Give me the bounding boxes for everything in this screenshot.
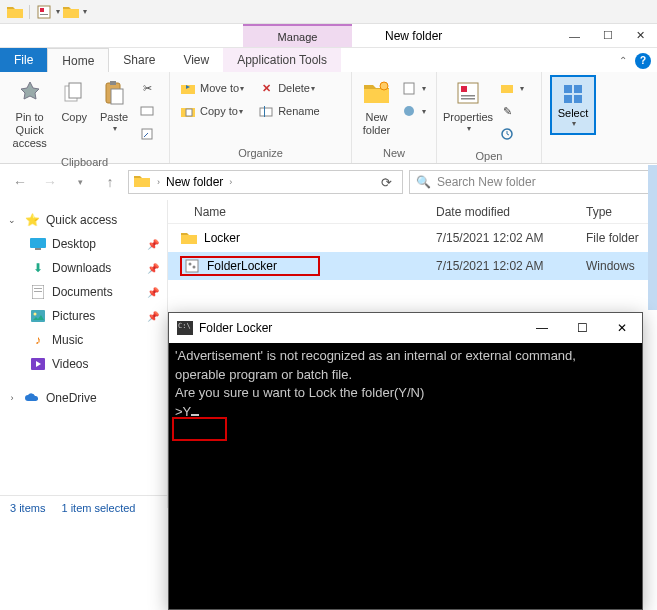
history-button[interactable]: [496, 123, 527, 145]
file-row[interactable]: Locker 7/15/2021 12:02 AM File folder: [168, 224, 657, 252]
svg-point-34: [189, 263, 192, 266]
tab-file[interactable]: File: [0, 48, 47, 72]
new-item-button[interactable]: ▾: [398, 77, 429, 99]
input-highlight: [172, 417, 227, 441]
chevron-down-icon[interactable]: ▾: [56, 7, 60, 16]
group-new-label: New: [352, 147, 436, 163]
sidebar-item-downloads[interactable]: ⬇Downloads📌: [0, 256, 167, 280]
forward-button[interactable]: →: [38, 170, 62, 194]
svg-point-31: [34, 313, 37, 316]
cmd-output[interactable]: 'Advertisement' is not recognized as an …: [169, 343, 642, 609]
star-icon: ⭐: [24, 212, 40, 228]
svg-rect-21: [564, 85, 572, 93]
expand-icon[interactable]: ⌄: [6, 215, 18, 225]
chevron-down-icon[interactable]: ▾: [83, 7, 87, 16]
recent-chevron[interactable]: ▾: [68, 170, 92, 194]
svg-rect-25: [30, 238, 46, 248]
clipboard-extra: ✂: [134, 75, 164, 147]
search-input[interactable]: 🔍 Search New folder: [409, 170, 649, 194]
cloud-icon: [24, 390, 40, 406]
properties-icon[interactable]: [35, 3, 53, 21]
folder-icon[interactable]: [6, 3, 24, 21]
paste-button[interactable]: Paste▾: [94, 75, 134, 136]
sidebar-item-videos[interactable]: Videos: [0, 352, 167, 376]
minimize-button[interactable]: —: [558, 24, 591, 47]
refresh-button[interactable]: ⟳: [375, 175, 398, 190]
paste-shortcut-button[interactable]: [136, 123, 162, 145]
cmd-close-button[interactable]: ✕: [602, 313, 642, 343]
window-title: New folder: [385, 29, 442, 43]
rename-button[interactable]: Rename: [255, 100, 323, 122]
help-icon[interactable]: ?: [635, 53, 651, 69]
properties-label: Properties: [443, 111, 493, 124]
cmd-maximize-button[interactable]: ☐: [562, 313, 602, 343]
column-type[interactable]: Type: [586, 205, 657, 219]
properties-button[interactable]: Properties▾: [442, 75, 494, 136]
tab-application-tools[interactable]: Application Tools: [223, 48, 341, 72]
open-button[interactable]: ▾: [496, 77, 527, 99]
easy-access-button[interactable]: ▾: [398, 100, 429, 122]
column-date[interactable]: Date modified: [436, 205, 586, 219]
svg-rect-18: [461, 95, 475, 97]
pin-icon: 📌: [147, 263, 159, 274]
select-button[interactable]: Select ▾: [550, 75, 596, 135]
breadcrumb-segment[interactable]: New folder: [166, 175, 223, 189]
folder-icon: [180, 231, 198, 245]
copy-label: Copy: [61, 111, 87, 124]
expand-icon[interactable]: ›: [6, 393, 18, 403]
svg-rect-26: [35, 248, 41, 250]
collapse-ribbon-icon[interactable]: ⌃: [619, 55, 627, 66]
sidebar-item-pictures[interactable]: Pictures📌: [0, 304, 167, 328]
tab-home[interactable]: Home: [47, 48, 109, 72]
sidebar-item-music[interactable]: ♪Music: [0, 328, 167, 352]
cmd-title-text: Folder Locker: [199, 321, 272, 335]
group-clipboard-label: Clipboard: [0, 156, 169, 168]
copy-button[interactable]: Copy: [54, 75, 94, 126]
document-icon: [30, 284, 46, 300]
tab-view[interactable]: View: [169, 48, 223, 72]
address-box[interactable]: › New folder › ⟳: [128, 170, 403, 194]
up-button[interactable]: ↑: [98, 170, 122, 194]
move-to-button[interactable]: Move to ▾: [177, 77, 247, 99]
new-folder-label: New folder: [359, 111, 394, 137]
svg-rect-19: [461, 98, 475, 100]
copy-to-button[interactable]: Copy to ▾: [177, 100, 247, 122]
back-button[interactable]: ←: [8, 170, 32, 194]
sidebar-quick-access[interactable]: ⌄ ⭐ Quick access: [0, 208, 167, 232]
column-headers: Name Date modified Type: [168, 200, 657, 224]
delete-button[interactable]: ✕Delete ▾: [255, 77, 323, 99]
highlighted-file: FolderLocker: [180, 256, 320, 276]
quick-access-toolbar: ▾ ▾: [0, 0, 657, 24]
new-folder-icon[interactable]: [62, 3, 80, 21]
cmd-minimize-button[interactable]: —: [522, 313, 562, 343]
svg-rect-14: [404, 83, 414, 94]
chevron-right-icon[interactable]: ›: [157, 177, 160, 187]
edit-button[interactable]: ✎: [496, 100, 527, 122]
close-button[interactable]: ✕: [624, 24, 657, 47]
cmd-icon: [177, 321, 193, 335]
svg-point-35: [193, 266, 196, 269]
pin-to-quick-access-button[interactable]: Pin to Quick access: [5, 75, 54, 153]
selection-count: 1 item selected: [61, 502, 135, 514]
column-name[interactable]: Name: [168, 205, 436, 219]
svg-rect-7: [111, 89, 123, 104]
new-folder-button[interactable]: New folder: [357, 75, 396, 139]
cursor: [191, 414, 199, 416]
cut-button[interactable]: ✂: [136, 77, 162, 99]
chevron-right-icon[interactable]: ›: [229, 177, 232, 187]
tab-share[interactable]: Share: [109, 48, 169, 72]
svg-rect-23: [564, 95, 572, 103]
pin-icon: 📌: [147, 287, 159, 298]
sidebar-onedrive[interactable]: › OneDrive: [0, 386, 167, 410]
search-icon: 🔍: [416, 175, 431, 189]
sidebar-item-desktop[interactable]: Desktop📌: [0, 232, 167, 256]
maximize-button[interactable]: ☐: [591, 24, 624, 47]
svg-rect-33: [186, 260, 198, 272]
download-icon: ⬇: [30, 260, 46, 276]
copy-path-button[interactable]: [136, 100, 162, 122]
pin-icon: 📌: [147, 239, 159, 250]
svg-rect-12: [264, 106, 265, 117]
sidebar-item-documents[interactable]: Documents📌: [0, 280, 167, 304]
file-row-selected[interactable]: FolderLocker 7/15/2021 12:02 AM Windows: [168, 252, 657, 280]
cmd-title-bar[interactable]: Folder Locker — ☐ ✕: [169, 313, 642, 343]
